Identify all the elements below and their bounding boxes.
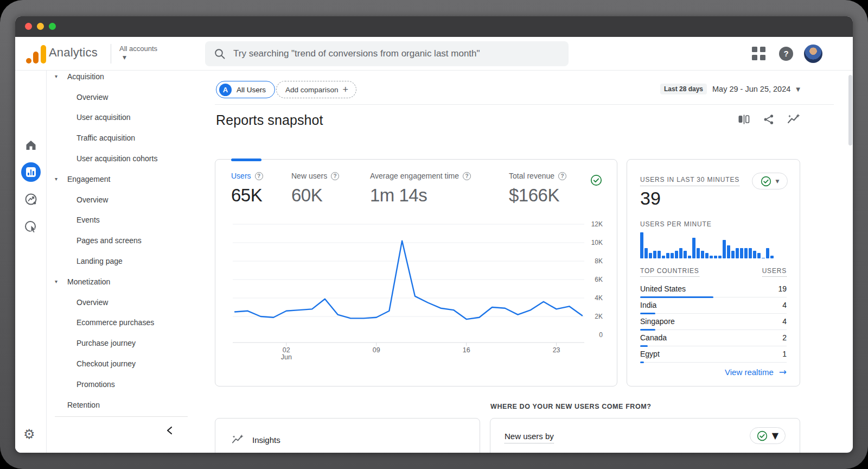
share-report-button[interactable] [762, 113, 775, 126]
search-input[interactable] [233, 48, 569, 59]
sidebar-item-events[interactable]: Events [47, 210, 204, 231]
sidebar-item-label: Promotions [47, 380, 115, 389]
compare-reports-button[interactable] [737, 113, 750, 126]
per-minute-bar [723, 240, 726, 258]
sidebar-item-ecommerce-purchases[interactable]: Ecommerce purchases [47, 313, 204, 333]
window-frame: Analytics All accounts ▼ ? [0, 0, 868, 469]
search-bar [205, 41, 569, 66]
per-minute-bar [662, 256, 665, 258]
report-nav-panel: ▾AcquisitionOverviewUser acquisitionTraf… [47, 71, 204, 453]
per-minute-bar [766, 248, 769, 258]
metric-tab-average-engagement-time[interactable]: Average engagement time?1m 14s [370, 172, 471, 206]
sidebar-item-user-acquisition-cohorts[interactable]: User acquisition cohorts [47, 148, 204, 169]
sidebar-item-retention[interactable]: Retention [47, 395, 204, 415]
realtime-options-dropdown[interactable]: ▼ [752, 173, 788, 189]
sidebar-item-pages-and-screens[interactable]: Pages and screens [47, 230, 204, 251]
country-row-india: India4 [640, 299, 787, 315]
sidebar-explore-button[interactable] [21, 189, 41, 209]
country-row-united-states: United States19 [640, 282, 787, 299]
help-icon[interactable]: ? [463, 172, 471, 180]
sidebar-item-promotions[interactable]: Promotions [47, 374, 204, 395]
per-minute-bar [710, 256, 713, 258]
metric-tab-users[interactable]: Users?65K [231, 172, 263, 206]
country-name: India [640, 301, 656, 309]
sidebar-item-traffic-acquisition[interactable]: Traffic acquisition [47, 128, 204, 148]
add-comparison-button[interactable]: Add comparison + [276, 81, 356, 98]
sidebar-item-user-acquisition[interactable]: User acquisition [47, 107, 204, 128]
insights-card: Insights [215, 418, 480, 453]
country-row-canada: Canada2 [640, 331, 787, 347]
main-content: A All Users Add comparison + Last 28 day… [215, 71, 834, 453]
segment-label: All Users [237, 86, 266, 94]
per-minute-bar [649, 253, 652, 258]
view-realtime-link[interactable]: View realtime → [725, 366, 787, 377]
help-icon[interactable]: ? [558, 172, 566, 180]
sidebar-home-button[interactable] [21, 135, 41, 155]
fullscreen-window-button[interactable] [49, 23, 56, 30]
country-name: Singapore [640, 317, 675, 326]
sidebar-item-checkout-journey[interactable]: Checkout journey [47, 353, 204, 374]
country-bar-fill [640, 362, 644, 363]
date-range-value: May 29 - Jun 25, 2024 [712, 85, 790, 93]
screen: Analytics All accounts ▼ ? [0, 0, 868, 469]
realtime-card: USERS IN LAST 30 MINUTES ▼ 39 USERS PER … [627, 159, 800, 386]
per-minute-bar [757, 253, 761, 258]
svg-text:Jun: Jun [281, 353, 292, 361]
sidebar-reports-button[interactable] [21, 162, 41, 182]
sidebar-item-label: Checkout journey [47, 359, 136, 368]
per-minute-bar [736, 248, 739, 258]
sidebar-item-overview[interactable]: Overview [47, 87, 204, 107]
vertical-scrollbar[interactable] [848, 75, 852, 145]
metric-label: New users [291, 172, 327, 180]
chevron-down-icon: ▼ [776, 179, 780, 184]
account-switcher[interactable]: All accounts ▼ [119, 43, 157, 60]
users-column-header: USERS [762, 267, 787, 277]
metric-tab-total-revenue[interactable]: Total revenue?$166K [509, 172, 566, 206]
check-circle-icon [757, 430, 768, 441]
sidebar-item-label: Ecommerce purchases [47, 318, 154, 327]
help-icon[interactable]: ? [255, 172, 263, 180]
google-apps-grid-icon[interactable] [752, 47, 766, 61]
minimize-window-button[interactable] [37, 23, 44, 30]
per-minute-bar [744, 248, 748, 258]
per-minute-bar [688, 256, 691, 258]
new-users-section-header: WHERE DO YOUR NEW USERS COME FROM? [490, 403, 652, 410]
date-range-picker[interactable]: Last 28 days May 29 - Jun 25, 2024 ▼ [660, 84, 800, 94]
sidebar-item-acquisition[interactable]: ▾Acquisition [47, 66, 204, 87]
per-minute-bar [727, 245, 730, 258]
all-users-segment-chip[interactable]: A All Users [216, 81, 275, 98]
sidebar-item-monetization[interactable]: ▾Monetization [47, 271, 204, 292]
help-icon[interactable]: ? [779, 47, 793, 61]
help-icon[interactable]: ? [331, 172, 339, 180]
sidebar-item-overview[interactable]: Overview [47, 292, 204, 313]
metric-value: $166K [509, 185, 566, 206]
insights-sparkle-icon[interactable] [787, 113, 800, 126]
sidebar-item-label: Overview [47, 195, 108, 204]
sidebar-item-label: User acquisition [47, 113, 131, 122]
settings-gear-icon[interactable]: ⚙ [23, 428, 35, 441]
account-switcher-label: All accounts [119, 45, 157, 53]
collapse-nav-button[interactable] [164, 424, 176, 436]
compare-icon [738, 113, 750, 125]
sidebar-item-purchase-journey[interactable]: Purchase journey [47, 333, 204, 353]
sidebar-item-label: Events [47, 216, 100, 224]
country-bar-fill [640, 296, 713, 298]
per-minute-bar [697, 248, 700, 258]
metric-tab-new-users[interactable]: New users?60K [291, 172, 339, 206]
sidebar-item-landing-page[interactable]: Landing page [47, 251, 204, 271]
advertising-icon [24, 220, 38, 234]
close-window-button[interactable] [25, 23, 32, 30]
sidebar-advertising-button[interactable] [21, 217, 41, 237]
sidebar-item-engagement[interactable]: ▾Engagement [47, 169, 204, 189]
selected-metric-indicator [231, 159, 261, 161]
insights-entry[interactable]: Insights [232, 434, 280, 446]
avatar[interactable] [804, 45, 822, 63]
view-realtime-label: View realtime [725, 367, 774, 377]
sidebar-item-overview[interactable]: Overview [47, 189, 204, 210]
users-per-minute-chart [640, 231, 783, 258]
chevron-down-icon: ▼ [123, 55, 157, 60]
data-quality-check-icon[interactable] [590, 174, 602, 188]
new-users-options-dropdown[interactable]: ▼ [750, 427, 786, 444]
insights-trend-icon [787, 113, 800, 126]
reports-bar-chart-icon [26, 167, 36, 177]
